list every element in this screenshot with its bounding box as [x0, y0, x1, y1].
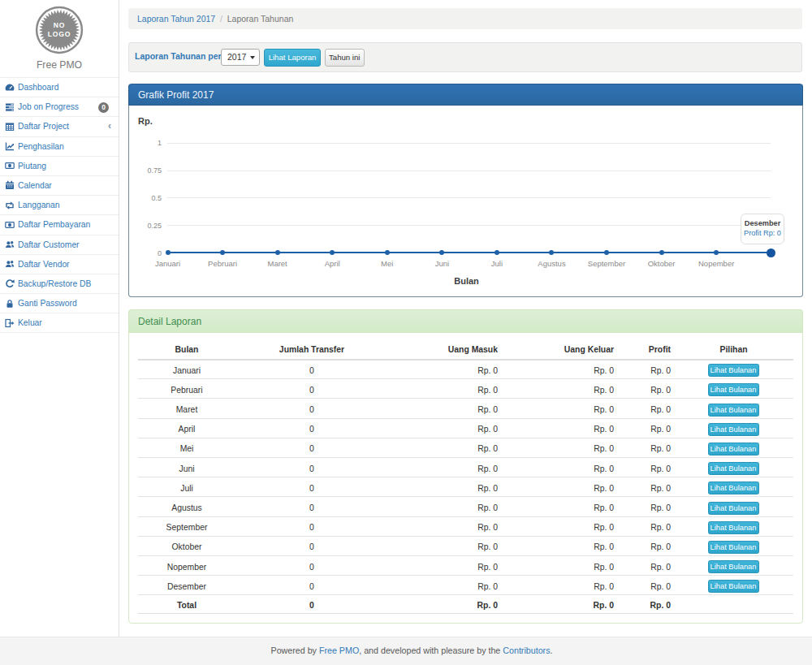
svg-text:NO: NO — [54, 21, 66, 29]
svg-text:LOGO: LOGO — [48, 30, 71, 38]
